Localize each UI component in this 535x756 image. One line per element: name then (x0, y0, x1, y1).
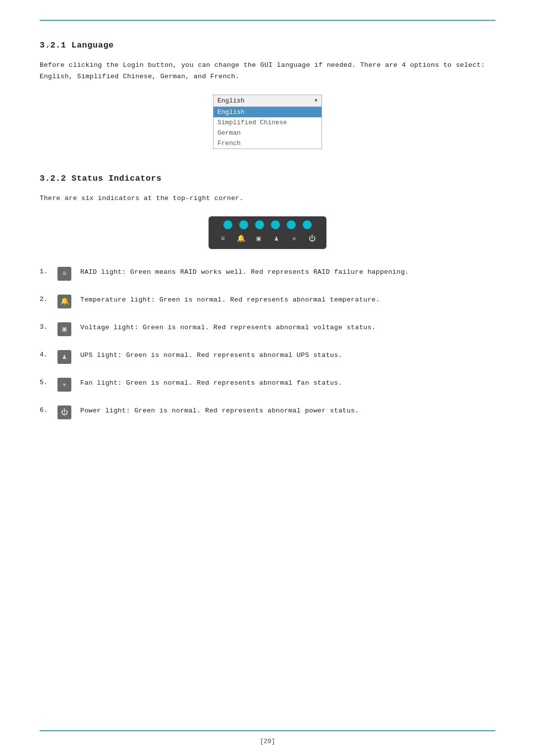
list-icon-temperature: 🔔 (57, 295, 75, 308)
section-language-body: Before clicking the Login button, you ca… (40, 60, 495, 83)
dropdown-option-simplified-chinese[interactable]: Simplified Chinese (214, 117, 321, 128)
list-icon-voltage: ▣ (57, 322, 75, 336)
list-item: 6. ⏻ Power light: Green is normal. Red r… (40, 405, 495, 419)
indicators-container: ≡ 🔔 ▣ ♟ ✳ ⏻ (40, 216, 495, 249)
dropdown-container: English ▼ English Simplified Chinese Ger… (40, 95, 495, 149)
section-status-indicators: 3.2.2 Status Indicators There are six in… (40, 174, 495, 419)
list-number-1: 1. (40, 267, 57, 275)
dot-1 (223, 220, 232, 229)
section-status-body: There are six indicators at the top-righ… (40, 193, 495, 204)
ups-icon: ♟ (271, 233, 282, 244)
list-number-2: 2. (40, 295, 57, 303)
list-number-3: 3. (40, 322, 57, 331)
dropdown-option-german[interactable]: German (214, 128, 321, 138)
list-icon-ups: ♟ (57, 350, 75, 364)
indicators-panel: ≡ 🔔 ▣ ♟ ✳ ⏻ (209, 216, 326, 249)
dropdown-option-french[interactable]: French (214, 138, 321, 149)
raid-icon: ≡ (217, 233, 228, 244)
temperature-icon: 🔔 (235, 233, 246, 244)
chevron-down-icon: ▼ (315, 98, 318, 103)
list-item: 2. 🔔 Temperature light: Green is normal.… (40, 295, 495, 308)
section-language: 3.2.1 Language Before clicking the Login… (40, 41, 495, 149)
voltage-icon: ▣ (253, 233, 264, 244)
list-text-1: RAID light: Green means RAID works well.… (80, 267, 495, 278)
dot-6 (303, 220, 312, 229)
list-number-6: 6. (40, 405, 57, 414)
list-icon-fan: ✳ (57, 378, 75, 392)
list-text-4: UPS light: Green is normal. Red represen… (80, 350, 495, 361)
list-item: 1. ≡ RAID light: Green means RAID works … (40, 267, 495, 281)
indicator-dots-row (223, 220, 312, 229)
list-text-2: Temperature light: Green is normal. Red … (80, 295, 495, 305)
dot-4 (271, 220, 280, 229)
list-icon-power: ⏻ (57, 405, 75, 419)
language-dropdown[interactable]: English ▼ English Simplified Chinese Ger… (213, 95, 322, 149)
list-text-5: Fan light: Green is normal. Red represen… (80, 378, 495, 389)
fan-icon: ✳ (289, 233, 300, 244)
list-item: 3. ▣ Voltage light: Green is normal. Red… (40, 322, 495, 336)
dot-2 (239, 220, 248, 229)
power-icon: ⏻ (307, 233, 318, 244)
list-item: 5. ✳ Fan light: Green is normal. Red rep… (40, 378, 495, 392)
bottom-border (40, 730, 495, 731)
dropdown-option-english[interactable]: English (214, 107, 321, 117)
list-number-5: 5. (40, 378, 57, 386)
section-language-title: 3.2.1 Language (40, 41, 495, 50)
page: 3.2.1 Language Before clicking the Login… (0, 0, 535, 756)
dot-5 (287, 220, 296, 229)
list-icon-raid: ≡ (57, 267, 75, 281)
status-indicator-list: 1. ≡ RAID light: Green means RAID works … (40, 267, 495, 419)
indicator-icons-row: ≡ 🔔 ▣ ♟ ✳ ⏻ (217, 233, 318, 244)
dropdown-list: English Simplified Chinese German French (214, 107, 321, 149)
dropdown-header[interactable]: English ▼ (214, 95, 321, 107)
list-number-4: 4. (40, 350, 57, 358)
list-item: 4. ♟ UPS light: Green is normal. Red rep… (40, 350, 495, 364)
top-border (40, 20, 495, 21)
page-footer: [29] (0, 738, 535, 745)
list-text-6: Power light: Green is normal. Red repres… (80, 405, 495, 416)
section-status-title: 3.2.2 Status Indicators (40, 174, 495, 183)
dropdown-selected-value: English (217, 97, 245, 104)
list-text-3: Voltage light: Green is normal. Red repr… (80, 322, 495, 333)
dot-3 (255, 220, 264, 229)
